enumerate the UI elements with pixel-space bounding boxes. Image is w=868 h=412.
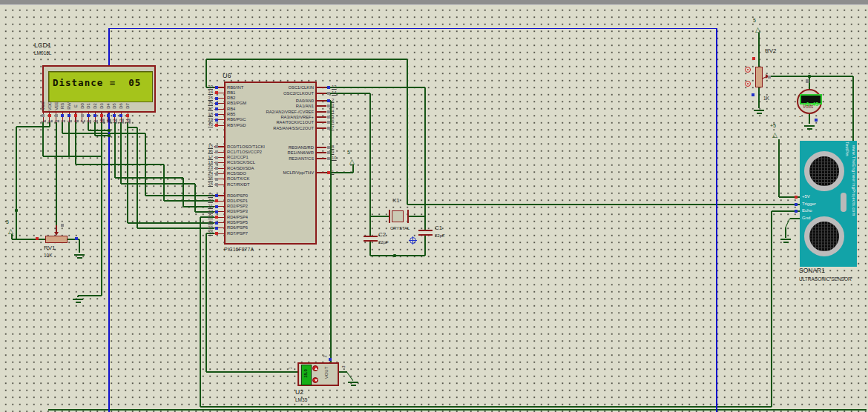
rv1-pin-left[interactable] bbox=[36, 237, 39, 240]
wire-segment[interactable] bbox=[200, 406, 772, 407]
mcu-pin-27[interactable] bbox=[215, 216, 218, 219]
wire-segment[interactable] bbox=[56, 122, 56, 225]
wire-segment[interactable] bbox=[785, 218, 790, 227]
wire-segment[interactable] bbox=[424, 236, 425, 256]
mcu-pin-3[interactable] bbox=[327, 104, 330, 107]
wire-segment[interactable] bbox=[114, 122, 115, 178]
wire-segment[interactable] bbox=[127, 122, 128, 223]
wire-segment[interactable] bbox=[369, 216, 370, 236]
wire-segment[interactable] bbox=[12, 239, 47, 239]
lcd-pin-14[interactable] bbox=[126, 114, 129, 117]
mcu-pin-35[interactable] bbox=[215, 97, 218, 100]
wire-segment[interactable] bbox=[115, 177, 183, 178]
lcd-pin-4[interactable] bbox=[61, 114, 64, 117]
lcd-pin-9[interactable] bbox=[93, 114, 96, 117]
wire-segment[interactable] bbox=[200, 217, 200, 407]
rv2-decrement-button[interactable] bbox=[745, 81, 751, 87]
wire-segment[interactable] bbox=[785, 227, 786, 238]
mcu-pin-33[interactable] bbox=[215, 86, 218, 89]
sonar-pin-trigger[interactable] bbox=[795, 203, 798, 206]
power-arrow-icon[interactable]: △ bbox=[349, 159, 355, 165]
wire-segment[interactable] bbox=[352, 165, 353, 173]
wire-segment[interactable] bbox=[370, 216, 389, 216]
wire-segment[interactable] bbox=[194, 184, 195, 212]
rv2-component[interactable] bbox=[755, 67, 763, 87]
wire-segment[interactable] bbox=[42, 122, 43, 156]
mcu-pin-10[interactable] bbox=[327, 157, 330, 160]
mcu-pin-40[interactable] bbox=[215, 124, 218, 127]
mcu-pin-2[interactable] bbox=[327, 99, 330, 102]
sonar-pin-echo[interactable] bbox=[795, 210, 798, 213]
mcu-pin-25[interactable] bbox=[215, 178, 218, 181]
mcu-pin-19[interactable] bbox=[215, 194, 218, 197]
mcu-pin-21[interactable] bbox=[215, 205, 218, 208]
rv1-wiper-arrow-icon[interactable] bbox=[54, 232, 59, 236]
wire-segment[interactable] bbox=[206, 371, 297, 372]
mcu-pin-23[interactable] bbox=[215, 167, 218, 170]
wire-segment[interactable] bbox=[77, 296, 78, 297]
mcu-pin-34[interactable] bbox=[215, 91, 218, 94]
wire-segment[interactable] bbox=[424, 87, 425, 216]
wire-segment[interactable] bbox=[758, 33, 759, 67]
wire-segment[interactable] bbox=[424, 216, 425, 230]
lcd-pin-3[interactable] bbox=[55, 114, 58, 117]
wire-segment[interactable] bbox=[326, 87, 425, 87]
mcu-pin-39[interactable] bbox=[215, 119, 218, 122]
wire-segment[interactable] bbox=[78, 295, 102, 296]
lcd-pin-7[interactable] bbox=[81, 114, 84, 117]
wire-segment[interactable] bbox=[48, 409, 867, 410]
mcu-pin-8[interactable] bbox=[327, 146, 330, 149]
wire-segment[interactable] bbox=[43, 156, 102, 156]
wire-segment[interactable] bbox=[16, 126, 50, 127]
wire-segment[interactable] bbox=[716, 28, 717, 412]
mcu-pin-17[interactable] bbox=[215, 156, 218, 159]
rv2-increment-button[interactable] bbox=[745, 67, 751, 73]
rv2-pin-top[interactable] bbox=[752, 57, 755, 60]
mcu-pin-28[interactable] bbox=[215, 222, 218, 225]
mcu-pin-37[interactable] bbox=[215, 107, 218, 110]
lcd-pin-12[interactable] bbox=[113, 114, 116, 117]
lcd-pin-6[interactable] bbox=[74, 114, 77, 117]
wire-segment[interactable] bbox=[75, 122, 76, 165]
wire-segment[interactable] bbox=[163, 165, 164, 201]
mcu-pin-7[interactable] bbox=[327, 127, 330, 130]
wire-segment[interactable] bbox=[809, 76, 809, 90]
wire-segment[interactable] bbox=[407, 59, 407, 205]
mcu-pin-18[interactable] bbox=[215, 162, 218, 165]
wire-segment[interactable] bbox=[16, 127, 16, 239]
lcd-pin-2[interactable] bbox=[48, 114, 51, 117]
mcu-pin-4[interactable] bbox=[327, 110, 330, 113]
mcu-pin-16[interactable] bbox=[215, 150, 218, 153]
wire-segment[interactable] bbox=[369, 242, 370, 256]
wire-segment[interactable] bbox=[346, 372, 353, 381]
power-arrow-icon[interactable]: △ bbox=[8, 228, 13, 235]
wire-segment[interactable] bbox=[120, 122, 121, 184]
mcu-pin-15[interactable] bbox=[215, 145, 218, 148]
rv1-component[interactable] bbox=[45, 236, 68, 243]
lcd-pin-8[interactable] bbox=[87, 114, 90, 117]
wire-segment[interactable] bbox=[137, 127, 137, 228]
mcu-pin-38[interactable] bbox=[215, 113, 218, 116]
wire-segment[interactable] bbox=[206, 59, 206, 87]
lcd-pin-13[interactable] bbox=[119, 114, 122, 117]
mcu-pin-22[interactable] bbox=[215, 210, 218, 213]
wire-segment[interactable] bbox=[121, 183, 195, 184]
mcu-pin-6[interactable] bbox=[327, 121, 330, 124]
wire-segment[interactable] bbox=[852, 76, 853, 141]
mcu-pin-30[interactable] bbox=[215, 232, 218, 235]
voltmeter-pin-marker[interactable] bbox=[815, 119, 818, 122]
wire-segment[interactable] bbox=[758, 87, 759, 108]
wire-segment[interactable] bbox=[370, 255, 425, 256]
crystal-component[interactable] bbox=[392, 210, 404, 222]
wire-segment[interactable] bbox=[790, 218, 800, 219]
wire-segment[interactable] bbox=[68, 122, 69, 156]
wire-segment[interactable] bbox=[108, 28, 717, 29]
mcu-pin-24[interactable] bbox=[215, 173, 218, 176]
wire-segment[interactable] bbox=[128, 127, 137, 127]
mcu-pin-36[interactable] bbox=[215, 102, 218, 105]
lcd-pin-1[interactable] bbox=[42, 114, 45, 117]
rv2-pin-bottom[interactable] bbox=[752, 93, 754, 96]
power-arrow-icon[interactable]: △ bbox=[772, 132, 777, 139]
wire-segment[interactable] bbox=[369, 93, 370, 216]
mcu-pin-26[interactable] bbox=[215, 183, 218, 186]
